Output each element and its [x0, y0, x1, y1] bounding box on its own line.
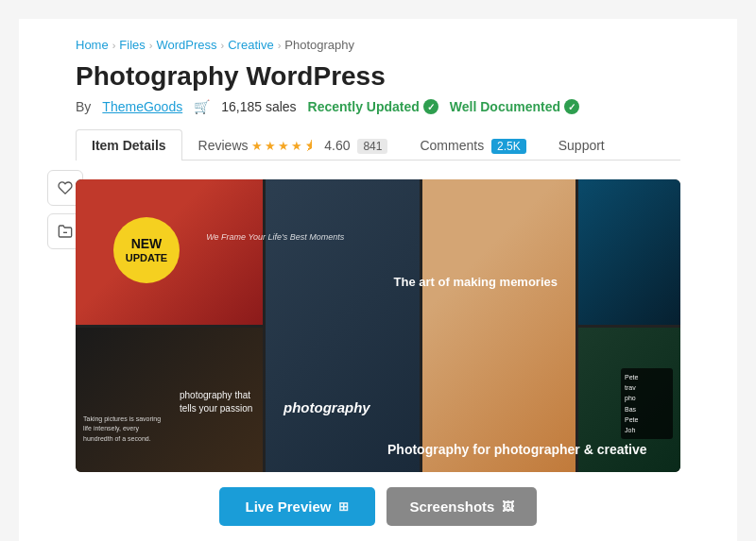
review-stars: ★ ★ ★ ★ ⯨ — [251, 139, 317, 153]
sep-3: › — [221, 40, 225, 51]
breadcrumb-current: Photography — [284, 38, 354, 52]
right-sidebar-hint: Pete trav pho Bas Pete Joh — [621, 368, 673, 439]
breadcrumb-creative[interactable]: Creative — [228, 38, 273, 52]
img-text-passion: photography that tells your passion — [180, 389, 265, 415]
right-name-5: Pete — [625, 414, 669, 425]
right-name-3: pho — [625, 393, 669, 403]
main-content: Home › Files › WordPress › Creative › Ph… — [57, 38, 699, 526]
star-half: ⯨ — [304, 139, 317, 153]
right-name-2: trav — [625, 382, 669, 393]
right-name-6: Joh — [625, 425, 669, 435]
breadcrumb: Home › Files › WordPress › Creative › Ph… — [76, 38, 680, 52]
tab-item-details[interactable]: Item Details — [76, 129, 182, 161]
page-wrapper: Home › Files › WordPress › Creative › Ph… — [19, 19, 737, 541]
preview-image-container: NEW UPDATE photography that tells your p… — [76, 179, 680, 472]
right-name-4: Bas — [625, 404, 669, 414]
author-by-label: By — [76, 99, 91, 114]
img-text-bottom-span: Photography for photographer & creative — [387, 442, 647, 457]
screenshots-icon: 🖼 — [502, 499, 514, 514]
breadcrumb-files[interactable]: Files — [119, 38, 145, 52]
star-2: ★ — [265, 139, 276, 153]
screenshots-label: Screenshots — [409, 499, 494, 515]
tab-reviews[interactable]: Reviews ★ ★ ★ ★ ⯨ 4.60 841 — [182, 129, 404, 161]
star-4: ★ — [291, 139, 302, 153]
sales-count: 16,185 sales — [221, 99, 296, 114]
collage-cell-5 — [578, 179, 680, 325]
new-badge-new: NEW — [131, 236, 163, 252]
sep-4: › — [278, 40, 282, 51]
well-documented-check: ✓ — [564, 99, 579, 114]
img-text-taking-pictures: Taking pictures is savoring life intense… — [83, 414, 163, 445]
comments-count-badge: 2.5K — [491, 139, 526, 154]
page-title: Photography WordPress — [76, 61, 680, 92]
recently-updated-badge: Recently Updated ✓ — [308, 99, 438, 114]
img-text-bottom-photography: Photography for photographer & creative — [387, 442, 647, 457]
rating-number: 4.60 — [324, 138, 350, 153]
recently-updated-check: ✓ — [423, 99, 438, 114]
author-name-link[interactable]: ThemeGoods — [102, 99, 182, 114]
meta-row: By ThemeGoods 🛒 16,185 sales Recently Up… — [76, 99, 680, 114]
star-1: ★ — [251, 139, 263, 153]
breadcrumb-wordpress[interactable]: WordPress — [156, 38, 216, 52]
sep-1: › — [112, 40, 116, 51]
new-update-badge: NEW UPDATE — [113, 217, 180, 283]
breadcrumb-home[interactable]: Home — [76, 38, 109, 52]
collage-cell-4 — [422, 179, 576, 472]
sep-2: › — [149, 40, 153, 51]
right-name-1: Pete — [625, 372, 669, 382]
tabs: Item Details Reviews ★ ★ ★ ★ ⯨ 4.60 841 … — [76, 129, 680, 161]
new-badge-update: UPDATE — [126, 252, 167, 264]
img-text-frame-moments: We Frame Your Life's Best Moments — [206, 232, 344, 242]
live-preview-icon: ⊞ — [338, 499, 349, 514]
collage-cell-3 — [266, 179, 419, 472]
live-preview-button[interactable]: Live Preview ⊞ — [219, 487, 376, 526]
img-text-art-memories: The art of making memories — [394, 273, 558, 290]
tab-comments[interactable]: Comments 2.5K — [404, 129, 541, 161]
well-documented-badge: Well Documented ✓ — [450, 99, 579, 114]
star-3: ★ — [278, 139, 289, 153]
review-count-badge: 841 — [357, 139, 387, 154]
tab-support[interactable]: Support — [542, 129, 621, 161]
screenshots-button[interactable]: Screenshots 🖼 — [387, 487, 537, 526]
cart-icon: 🛒 — [194, 99, 210, 114]
live-preview-label: Live Preview — [246, 499, 332, 515]
img-text-photography-center: photography — [284, 399, 370, 415]
button-row: Live Preview ⊞ Screenshots 🖼 — [76, 487, 680, 526]
